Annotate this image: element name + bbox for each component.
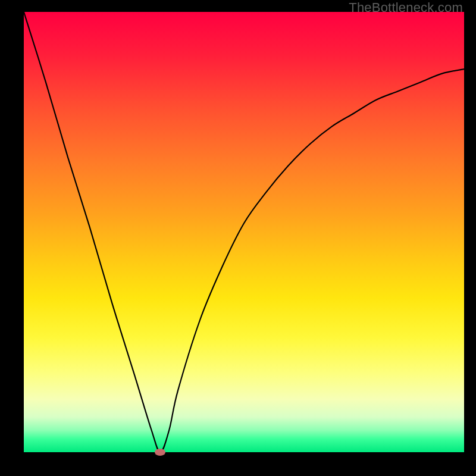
watermark-text: TheBottleneck.com (349, 0, 463, 15)
plot-area (24, 12, 464, 452)
bottleneck-curve (24, 12, 464, 452)
minimum-marker (155, 449, 165, 456)
chart-frame: TheBottleneck.com (0, 0, 476, 476)
